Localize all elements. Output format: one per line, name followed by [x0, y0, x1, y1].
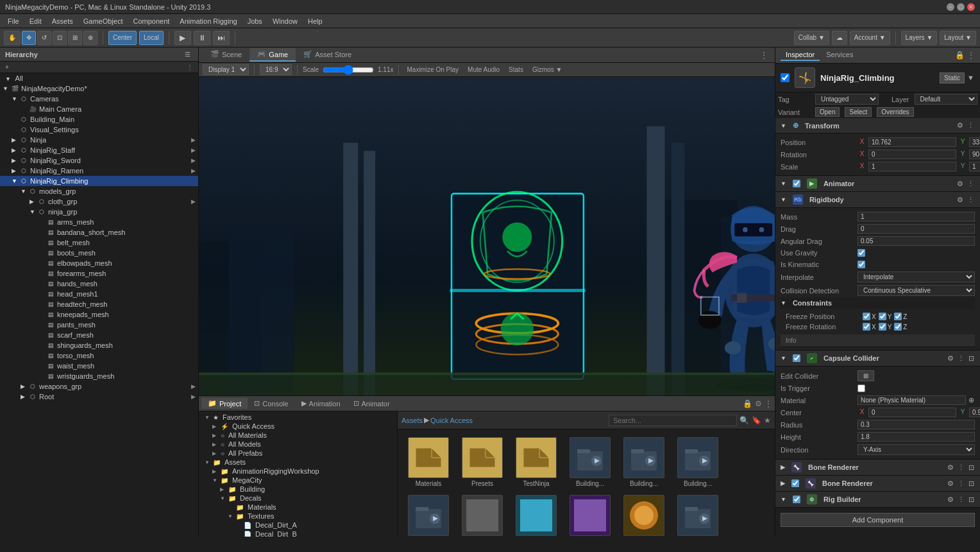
project-tree-item-decal-dirt-a[interactable]: 📄Decal_Dirt_A [200, 521, 396, 530]
menu-item-component[interactable]: Component [128, 16, 174, 26]
bottom-settings-icon[interactable]: ⚙ [755, 399, 762, 408]
tab-services[interactable]: Services [821, 49, 858, 61]
asset-item-1[interactable]: Presets [457, 435, 508, 490]
rot-x-input[interactable] [868, 150, 956, 159]
capsule-collider-header[interactable]: ▼ ⌿ Capsule Collider ⚙ ⋮ ⊡ [775, 350, 980, 367]
add-component-button[interactable]: Add Component [781, 513, 975, 527]
material-pick-icon[interactable]: ⊕ [968, 395, 975, 405]
hierarchy-item-pants-mesh[interactable]: ▤pants_mesh [0, 320, 198, 330]
radius-input[interactable] [858, 420, 975, 429]
center-y-input[interactable] [969, 408, 980, 417]
use-gravity-checkbox[interactable] [858, 249, 865, 257]
hierarchy-item-kneepads-mesh[interactable]: ▤kneepads_mesh [0, 309, 198, 320]
open-button[interactable]: Open [815, 107, 840, 117]
tab-scene[interactable]: 🎬 Scene [203, 48, 249, 62]
project-tree-item-assets[interactable]: ▼📁Assets [200, 458, 396, 467]
maximize-button[interactable]: □ [957, 3, 965, 11]
bone-renderer1-settings-icon[interactable]: ⚙ [947, 463, 954, 472]
drag-input[interactable] [858, 224, 975, 234]
pos-x-input[interactable] [868, 137, 956, 147]
animator-enabled-checkbox[interactable] [793, 180, 800, 187]
space-local-button[interactable]: Local [139, 31, 164, 45]
capsule-menu-icon[interactable]: ⋮ [957, 354, 965, 363]
view-menu-button[interactable]: ⋮ [757, 50, 771, 60]
move-tool[interactable]: ✥ [22, 31, 36, 45]
pivot-center-button[interactable]: Center [108, 31, 137, 45]
rect-tool[interactable]: ⊞ [68, 31, 82, 45]
angular-drag-input[interactable] [858, 236, 975, 246]
asset-item-5[interactable]: Building... [672, 435, 723, 490]
tab-animation[interactable]: ▶ Animation [295, 398, 347, 409]
inspector-menu-icon[interactable]: ⋮ [967, 51, 975, 60]
rigidbody-menu-icon[interactable]: ⋮ [967, 195, 975, 205]
is-trigger-checkbox[interactable] [858, 384, 865, 392]
project-tree-item-textures[interactable]: ▼📁Textures [200, 512, 396, 521]
menu-item-gameobject[interactable]: GameObject [78, 16, 128, 26]
aspect-select[interactable]: 16:9 [260, 64, 292, 75]
hierarchy-menu-button[interactable]: ☰ [182, 50, 193, 58]
asset-item-6[interactable]: Flooring... [403, 492, 454, 537]
scale-tool[interactable]: ⊡ [53, 31, 67, 45]
hierarchy-item-elbowpads-mesh[interactable]: ▤elbowpads_mesh [0, 258, 198, 268]
hierarchy-item-main-camera[interactable]: 🎥Main Camera [0, 104, 198, 114]
bone-renderer2-enabled-checkbox[interactable] [791, 479, 799, 487]
menu-item-file[interactable]: File [3, 16, 24, 26]
bone-renderer2-menu-icon[interactable]: ⋮ [957, 479, 965, 488]
freeze-pos-z-checkbox[interactable] [894, 313, 902, 320]
rigidbody-component-header[interactable]: ▼ Rb Rigidbody ⚙ ⋮ [775, 192, 980, 208]
project-tree-item-decal-dirt-b[interactable]: 📄Decal_Dirt_B [200, 530, 396, 537]
menu-item-jobs[interactable]: Jobs [242, 16, 267, 26]
stats-button[interactable]: Stats [506, 65, 526, 74]
hierarchy-item-weapons-grp[interactable]: ▶⬡weapons_grp▶ [0, 381, 198, 392]
center-x-input[interactable] [868, 408, 956, 417]
asset-item-7[interactable]: Ground... [457, 492, 508, 537]
assets-search-input[interactable] [609, 415, 737, 426]
tab-console[interactable]: ⊡ Console [248, 398, 294, 409]
breadcrumb-root[interactable]: Assets [401, 417, 423, 424]
scale-y-input[interactable] [969, 162, 980, 171]
hierarchy-item-hands-mesh[interactable]: ▤hands_mesh [0, 279, 198, 289]
menu-item-window[interactable]: Window [267, 16, 303, 26]
menu-item-edit[interactable]: Edit [24, 16, 47, 26]
project-tree-item-quick-access[interactable]: ▶⚡Quick Access [200, 422, 396, 431]
hier-add-button[interactable]: + [3, 63, 12, 71]
freeze-pos-x-checkbox[interactable] [863, 313, 870, 320]
rig-builder-header[interactable]: ▼ ⚙ Rig Builder ⚙ ⋮ ⊡ [775, 492, 980, 508]
project-tree-item-all-materials[interactable]: ▶○All Materials [200, 431, 396, 440]
edit-collider-button[interactable]: ⊞ [858, 370, 874, 381]
project-tree-item-decals[interactable]: ▼📁Decals [200, 494, 396, 503]
collab-button[interactable]: Collab ▼ [794, 31, 829, 45]
project-tree-item-animationriggingworkshop[interactable]: ▶📁AnimationRiggingWorkshop [200, 467, 396, 476]
material-input[interactable] [858, 395, 966, 405]
asset-item-0[interactable]: Materials [403, 435, 454, 490]
static-dropdown-button[interactable]: ▼ [967, 73, 975, 82]
interpolate-select[interactable]: Interpolate [858, 272, 975, 282]
transform-menu-icon[interactable]: ⋮ [967, 121, 975, 130]
mute-audio-button[interactable]: Mute Audio [465, 65, 502, 74]
hierarchy-item-ninja[interactable]: ▶⬡Ninja▶ [0, 135, 198, 145]
transform-component-header[interactable]: ▼ ⊕ Transform ⚙ ⋮ [775, 118, 980, 134]
hierarchy-item-visual-settings[interactable]: ⬡Visual_Settings [0, 125, 198, 135]
static-label[interactable]: Static [940, 73, 965, 83]
select-button[interactable]: Select [845, 107, 872, 117]
step-button[interactable]: ⏭ [213, 31, 230, 45]
freeze-rot-x-checkbox[interactable] [863, 323, 870, 331]
pos-y-input[interactable] [969, 137, 980, 147]
collision-detection-select[interactable]: Continuous Speculative [858, 285, 975, 296]
rot-y-input[interactable] [969, 150, 980, 159]
pause-button[interactable]: ⏸ [194, 31, 210, 45]
object-active-checkbox[interactable] [781, 73, 790, 82]
rigidbody-settings-icon[interactable]: ⚙ [956, 195, 964, 205]
overrides-button[interactable]: Overrides [877, 107, 913, 117]
asset-item-9[interactable]: Ground... [564, 492, 616, 537]
assets-star-icon[interactable]: ★ [764, 416, 771, 425]
animator-settings-icon[interactable]: ⚙ [956, 179, 964, 189]
rig-builder-menu-icon[interactable]: ⋮ [957, 495, 965, 505]
tab-game[interactable]: 🎮 Game [249, 48, 296, 62]
scale-x-input[interactable] [868, 162, 956, 171]
account-button[interactable]: Account ▼ [850, 31, 890, 45]
bone-renderer1-menu-icon[interactable]: ⋮ [957, 463, 965, 472]
hierarchy-item-headtech-mesh[interactable]: ▤headtech_mesh [0, 299, 198, 309]
hier-options-button[interactable]: ⋮ [184, 63, 196, 71]
tab-animator[interactable]: ⊡ Animator [347, 398, 396, 409]
